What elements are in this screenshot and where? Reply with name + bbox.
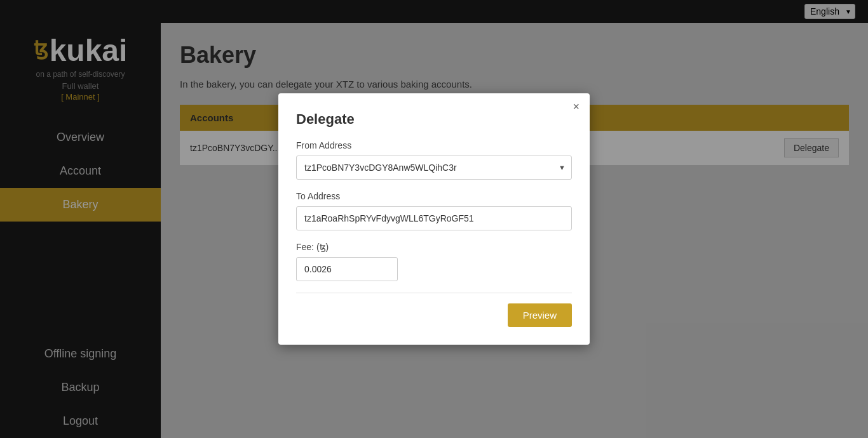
preview-button[interactable]: Preview bbox=[508, 303, 572, 327]
modal-footer: Preview bbox=[296, 303, 572, 327]
modal-divider bbox=[296, 293, 572, 293]
fee-label: Fee: (ꜩ) bbox=[296, 242, 572, 252]
to-address-group: To Address bbox=[296, 191, 572, 230]
modal-title: Delegate bbox=[296, 111, 572, 128]
to-address-label: To Address bbox=[296, 191, 572, 201]
from-address-select-wrapper: tz1PcoBN7Y3vcDGY8Anw5WLQihC3r bbox=[296, 156, 572, 180]
delegate-modal: Delegate × From Address tz1PcoBN7Y3vcDGY… bbox=[278, 93, 590, 345]
modal-close-button[interactable]: × bbox=[573, 101, 580, 112]
from-address-group: From Address tz1PcoBN7Y3vcDGY8Anw5WLQihC… bbox=[296, 140, 572, 180]
modal-overlay: Delegate × From Address tz1PcoBN7Y3vcDGY… bbox=[0, 0, 868, 438]
fee-input[interactable] bbox=[296, 257, 398, 281]
from-address-select[interactable]: tz1PcoBN7Y3vcDGY8Anw5WLQihC3r bbox=[296, 156, 572, 180]
to-address-input[interactable] bbox=[296, 206, 572, 230]
fee-group: Fee: (ꜩ) bbox=[296, 242, 572, 281]
from-address-label: From Address bbox=[296, 140, 572, 150]
